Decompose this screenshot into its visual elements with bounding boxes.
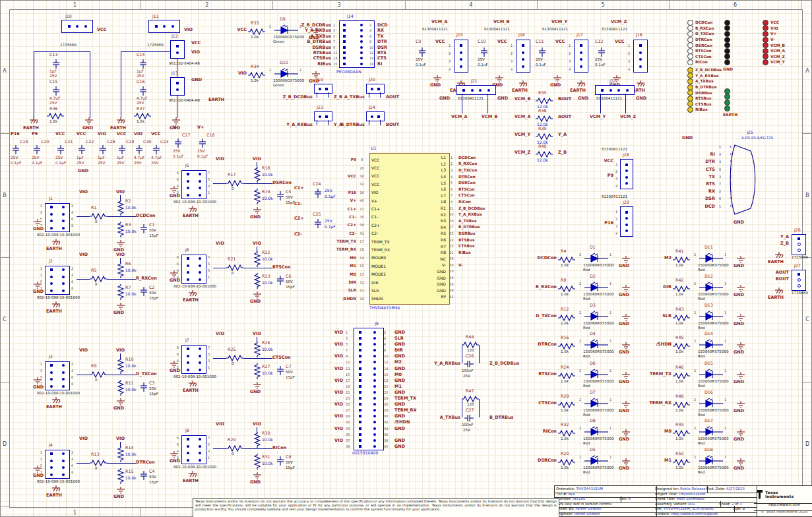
decoupling-cap-module[interactable]: VCC C22 1µF 25V [77,132,99,169]
rs232-channel-module[interactable]: VIO J2 1357 2468 802-10-008-10-001000 GN… [33,253,173,316]
decoupling-cap-module[interactable]: VCC C21 25V 0.1µF [55,132,78,169]
led-indicator-row[interactable]: DTRCon R16 1.0k D4 2 1 GND 150060RS75000… [528,332,645,361]
testpoint[interactable]: VCM_Y [763,59,799,65]
jumper-2pin-module[interactable]: J20 A_TXBus AOUT [328,78,420,103]
vcm-pair-module[interactable]: J22 GND GND 61300411121 VCM_Y VCM_Z [578,79,650,125]
led-indicator-row[interactable]: RTSCon R24 1.0k D6 2 1 GND 150060RS75000… [528,361,645,390]
testpoint[interactable]: Z_B_DCDBus [687,67,724,73]
testpoint-column[interactable]: VCCVIOV+V-VCM_BVCM_AVCM_ZVCM_Y [763,20,799,65]
series-resistor-net[interactable]: VCM_B R35 12.0k BOUT [515,91,587,111]
header-4pin-module[interactable]: 61300411121 J29 1234 P16 [599,195,652,243]
led-indicator-row[interactable]: DIR R42 1.0k D12 2 1 GND 150060RS75000 R… [642,274,760,303]
testpoint[interactable]: RIBus [687,107,724,113]
led-indicator-row[interactable]: R_RXCon R8 1.0k D2 2 1 GND 150060RS75000… [528,274,645,303]
rs232-channel-module[interactable]: VIO J5 8642 7531 802-10-008-10-001000 GN… [170,157,309,220]
led-indicator-row[interactable]: CTSCon R28 1.0k D7 2 1 GND 150060RS75000… [528,390,645,419]
testpoint[interactable]: VCM_Z [763,54,799,60]
decoupling-cap-module[interactable]: V+ C18 25V 0.1µF [197,125,220,162]
led-indicator-row[interactable]: DSRCon R20 1.0k D5 2 1 GND 150060RS75000… [528,448,645,477]
led-indicator-row[interactable]: SLR R43 1.0k D13 2 1 GND 150060RS75000 R… [642,303,760,332]
header-3pin-module[interactable]: J26 Y_AZ_B EARTH 1725669 [765,228,811,266]
series-resistor-net[interactable]: VCM_Z R40 12.0k Z_B [515,144,587,164]
testpoint[interactable]: DSRCon [687,42,724,48]
testpoint[interactable] [724,42,761,48]
testpoint[interactable]: R_RXCon [687,26,724,32]
rc-termination-module[interactable]: R44 120 C26 Y_A_RXBus Z_B_DCDBus 100nF 2… [427,335,526,381]
rs232-channel-module[interactable]: VIO J4 1357 2468 802-10-008-10-001000 GN… [33,437,173,500]
led-indicator-row[interactable]: M0 R49 1.0k D17 2 1 GND 150060RS75000 Re… [642,419,760,448]
led-indicator-row[interactable]: RICon R32 1.0k D8 2 1 GND 150060RS75000 … [528,419,645,448]
testpoint[interactable] [724,31,761,37]
testpoint[interactable]: RTSCon [687,48,724,54]
testpoint[interactable] [724,94,761,100]
header-2pin-module[interactable]: J12 VCC VIO 961102-6404-AR [169,34,224,73]
testpoint[interactable] [724,48,761,54]
cap-value: 25V [98,162,105,166]
jumper-2pin-module[interactable]: J24 B_DTRBus BOUT [328,106,420,131]
testpoint-column[interactable]: Z_B_DCDBusY_A_RXBusA_TXBusB_DTRBusDSRBus… [687,67,724,113]
testpoint[interactable]: Y_A_RXBus [687,73,724,79]
led-indicator-row[interactable]: TERM_TX R46 1.0k D15 2 1 GND 150060RS750… [642,361,760,390]
testpoint[interactable]: V+ [763,31,799,37]
led-indicator-row[interactable]: TERM_RX R48 1.0k D16 2 1 GND 150060RS750… [642,390,760,419]
testpoint[interactable]: CTSCon [687,54,724,60]
header-4pin-module[interactable]: 61300411121 J28 1234 VCCP9 [599,148,652,195]
testpoint[interactable] [724,106,761,111]
led-indicator-row[interactable]: /SHDN R45 1.0k D14 2 1 GND 150060RS75000… [642,332,760,361]
led-indicator-row[interactable]: M2 R41 1.0k D11 2 1 GND 150060RS75000 Re… [642,245,760,274]
testpoint[interactable]: CTSBus [687,102,724,107]
header-3pin-module[interactable]: J27 AOUTBOUT EARTH 1725669 [765,264,811,302]
testpoint[interactable]: A_TXBus [687,78,724,84]
rs232-channel-module[interactable]: VIO J6 8642 7531 802-10-008-10-001000 GN… [170,241,309,305]
earth-label: EARTH [183,214,199,218]
testpoint[interactable]: RTSBus [687,96,724,102]
testpoint[interactable]: DCDCon [687,20,724,26]
testpoint[interactable] [724,26,761,32]
decoupling-cap-module[interactable]: P9 C20 25V 0.1µF [32,132,54,169]
led-indicator-row[interactable]: D_TXCon R12 1.0k D3 2 1 GND 150060RS7500… [528,303,645,332]
testpoint[interactable]: VCM_A [763,48,799,54]
decoupling-cap-module[interactable]: V- C17 25V 0.1µF [173,125,195,162]
testpoint[interactable]: B_DTRBus [687,84,724,90]
testpoint[interactable] [724,54,761,60]
testpoint-column[interactable]: DCDConR_RXConD_TXConDTRConDSRConRTSConCT… [687,20,724,65]
testpoint-column[interactable]: GND [724,20,761,71]
testpoint[interactable] [724,100,761,106]
series-resistor-net[interactable]: VCM_A R38 12.0k AOUT [515,109,587,129]
decoupling-cap-module[interactable]: P16 C19 25V 0.1µF [11,132,33,169]
pin-dot [187,194,189,197]
testpoint[interactable]: VCC [763,20,799,26]
rs232-channel-module[interactable]: VIO J7 8642 7531 802-10-008-10-001000 GN… [170,332,309,395]
ic-u1-thvd4431[interactable]: U1 P99VCC20VCCVCC38VCC32VCCP1616VIOV+40V… [328,146,526,318]
testpoint[interactable]: DSRBus [687,90,724,96]
testpoint-column[interactable]: EARTH [724,88,761,117]
connector-body [792,270,806,291]
testpoint[interactable]: D_TXCon [687,31,724,37]
testpoint[interactable] [724,20,761,26]
charge-pump-cap-module[interactable]: C24 C1+ 25V 0.1µF C1- [294,182,340,210]
power-input-module[interactable]: J10 1725669 VCC C13 1µF 25V C15 4.7µF 25… [23,15,115,137]
rs232-channel-module[interactable]: VIO J8 8642 7531 802-10-008-10-001000 GN… [170,422,309,485]
resistor-icon [536,151,553,158]
testpoint[interactable]: VCM_B [763,42,799,48]
testpoint[interactable]: RICon [687,59,724,65]
vcm-pair-module[interactable]: J21 GND GND 61300411121 VCM_A VCM_B [439,79,512,125]
connector-j25-db9[interactable]: GND J25 A-DS 09 A/KG-T2S 5 ‹ RI 9 ‹ DTR … [678,131,797,226]
charge-pump-cap-module[interactable]: C25 C2+ 25V 0.1µF C2- [294,212,340,240]
rc-termination-module[interactable]: R47 120 C27 A_TXBus B_DTRBus 100nF 25V [427,389,526,435]
rs232-channel-module[interactable]: VIO J1 1357 2468 802-10-008-10-001000 GN… [33,190,173,253]
testpoint[interactable]: V- [763,37,799,43]
rs232-channel-module[interactable]: VIO J3 1357 2468 802-10-008-10-001000 GN… [33,348,173,411]
testpoint[interactable] [724,59,761,65]
led-indicator-row[interactable]: VCC R33 1.0k D9 2 1 GND 150060GS75000 Gr… [218,17,335,46]
testpoint[interactable]: DTRCon [687,37,724,43]
testpoint[interactable] [724,88,761,94]
led-indicator-row[interactable]: M1 R50 1.0k D18 2 1 GND 150060RS75000 Re… [642,448,760,477]
testpoint[interactable]: VIO [763,26,799,32]
resistor-value: 1.0k [137,120,144,124]
testpoint[interactable] [724,37,761,43]
led-indicator-row[interactable]: DCDCon R4 1.0k D1 2 1 GND 150060RS75000 … [528,245,645,274]
series-resistor-net[interactable]: VCM_Y R39 12.0k Y_A [515,127,587,146]
decoupling-cap-module[interactable]: VCC C23 4.7µF 25V [151,132,173,169]
resistor-designator: R25 [228,348,235,351]
